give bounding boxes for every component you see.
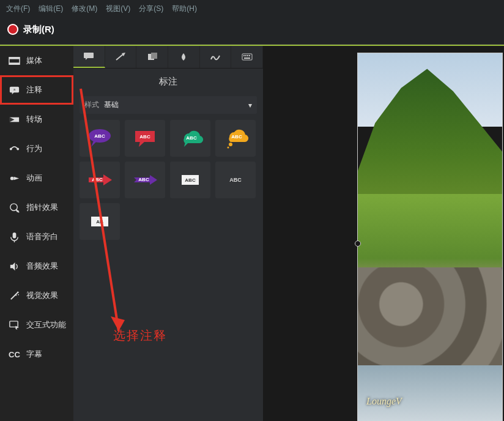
interactivity-icon xyxy=(9,319,20,331)
tab-arrows[interactable] xyxy=(105,46,137,68)
annotation-tabs xyxy=(73,46,263,69)
svg-marker-40 xyxy=(139,141,145,147)
mic-icon xyxy=(9,231,20,243)
svg-rect-1 xyxy=(9,57,20,59)
sidebar-item-label: 转场 xyxy=(26,114,42,125)
sidebar-item-label: 指针效果 xyxy=(26,202,58,213)
sidebar: 媒体 a 注释 转场 行为 动画 指针效果 语音旁白 音频效果 xyxy=(0,46,73,421)
sidebar-item-label: 语音旁白 xyxy=(26,231,58,242)
svg-marker-17 xyxy=(10,262,15,270)
svg-text:ABC: ABC xyxy=(92,177,103,182)
tab-shapes[interactable] xyxy=(136,46,168,68)
callout-thought-orange[interactable]: ABC xyxy=(215,120,256,157)
callout-grid: ABC ABC ABC ABC ABC ABC ABC ABC AB xyxy=(73,120,263,240)
svg-text:ABC: ABC xyxy=(139,134,150,140)
callout-rect-plain[interactable]: AB xyxy=(80,203,120,240)
menu-edit[interactable]: 编辑(E) xyxy=(39,4,63,14)
sidebar-item-label: 视觉效果 xyxy=(26,290,58,301)
svg-rect-35 xyxy=(244,58,250,59)
callout-text-only[interactable]: ABC xyxy=(215,162,256,198)
svg-marker-57 xyxy=(111,316,125,331)
svg-marker-25 xyxy=(86,58,88,60)
svg-point-44 xyxy=(229,143,232,146)
svg-point-10 xyxy=(10,176,14,180)
svg-text:ABC: ABC xyxy=(231,134,242,140)
sidebar-item-annotations[interactable]: a 注释 xyxy=(0,75,73,105)
svg-rect-30 xyxy=(242,54,252,60)
callout-rect-red[interactable]: ABC xyxy=(125,120,165,157)
sidebar-item-label: 注释 xyxy=(26,84,42,95)
watermark-text: LoungeV xyxy=(366,396,402,407)
svg-line-18 xyxy=(11,292,17,299)
behaviors-icon xyxy=(9,143,20,155)
tab-blur[interactable] xyxy=(168,46,200,68)
svg-marker-4 xyxy=(12,92,15,94)
svg-rect-22 xyxy=(10,321,18,327)
sidebar-item-behaviors[interactable]: 行为 xyxy=(0,134,73,163)
sidebar-item-label: 行为 xyxy=(26,143,42,154)
callout-rect-white[interactable]: ABC xyxy=(170,162,210,198)
style-dropdown[interactable]: 样式 基础 ▾ xyxy=(80,96,257,114)
wand-icon xyxy=(9,290,20,302)
callout-cloud-green[interactable]: ABC xyxy=(170,120,210,157)
svg-rect-31 xyxy=(243,55,245,56)
animations-icon xyxy=(9,173,20,184)
svg-text:ABC: ABC xyxy=(186,135,197,141)
svg-marker-11 xyxy=(14,176,20,180)
svg-marker-37 xyxy=(91,141,97,147)
cursor-icon xyxy=(9,202,20,214)
svg-marker-23 xyxy=(15,326,19,330)
svg-text:ABC: ABC xyxy=(229,177,242,183)
svg-point-20 xyxy=(15,294,17,296)
sidebar-item-media[interactable]: 媒体 xyxy=(0,46,73,75)
style-value: 基础 xyxy=(104,100,248,110)
sidebar-item-visual-effects[interactable]: 视觉效果 xyxy=(0,281,73,310)
panel-title: 标注 xyxy=(73,69,263,94)
svg-rect-24 xyxy=(84,53,94,58)
sidebar-item-cursor-effects[interactable]: 指针效果 xyxy=(0,193,73,222)
svg-point-19 xyxy=(17,291,19,293)
svg-rect-34 xyxy=(249,55,250,56)
callout-speech-purple[interactable]: ABC xyxy=(80,120,120,157)
preview-clip[interactable]: LoungeV xyxy=(358,53,502,421)
svg-line-26 xyxy=(116,54,124,60)
menu-view[interactable]: 视图(V) xyxy=(106,4,130,14)
callout-arrow-red[interactable]: ABC xyxy=(80,162,120,198)
tab-sketch[interactable] xyxy=(200,46,232,68)
svg-rect-29 xyxy=(151,53,157,59)
style-label: 样式 xyxy=(84,100,99,110)
svg-rect-15 xyxy=(13,232,17,238)
menu-file[interactable]: 文件(F) xyxy=(6,4,30,14)
media-icon xyxy=(9,55,20,67)
sidebar-item-label: 动画 xyxy=(26,173,42,184)
sidebar-item-transitions[interactable]: 转场 xyxy=(0,105,73,134)
svg-rect-32 xyxy=(245,55,246,56)
cc-icon: CC xyxy=(9,349,20,360)
callout-arrow-purple[interactable]: ABC xyxy=(125,162,165,198)
speaker-icon xyxy=(9,261,20,272)
sidebar-item-captions[interactable]: CC 字幕 xyxy=(0,340,73,369)
sidebar-item-interactivity[interactable]: 交互式功能 xyxy=(0,310,73,340)
svg-rect-33 xyxy=(247,55,248,56)
resize-handle-left[interactable] xyxy=(355,240,361,247)
record-label: 录制(R) xyxy=(23,24,54,35)
menu-help[interactable]: 帮助(H) xyxy=(172,4,197,14)
svg-text:AB: AB xyxy=(96,219,103,225)
preview-canvas[interactable]: LoungeV xyxy=(263,46,504,421)
menu-bar: 文件(F) 编辑(E) 修改(M) 视图(V) 分享(S) 帮助(H) xyxy=(0,0,504,17)
svg-text:ABC: ABC xyxy=(138,177,149,182)
tab-keystroke[interactable] xyxy=(231,46,263,68)
sidebar-item-audio-effects[interactable]: 音频效果 xyxy=(0,251,73,281)
chevron-down-icon: ▾ xyxy=(248,101,252,110)
menu-modify[interactable]: 修改(M) xyxy=(72,4,97,14)
menu-share[interactable]: 分享(S) xyxy=(139,4,163,14)
svg-point-45 xyxy=(228,147,229,149)
tutorial-text: 选择注释 xyxy=(113,327,167,344)
svg-text:ABC: ABC xyxy=(94,133,105,139)
svg-text:ABC: ABC xyxy=(185,177,196,183)
record-icon xyxy=(7,24,18,35)
sidebar-item-animations[interactable]: 动画 xyxy=(0,163,73,193)
tab-callouts[interactable] xyxy=(73,46,105,68)
sidebar-item-narration[interactable]: 语音旁白 xyxy=(0,222,73,251)
record-bar[interactable]: 录制(R) xyxy=(0,17,504,45)
